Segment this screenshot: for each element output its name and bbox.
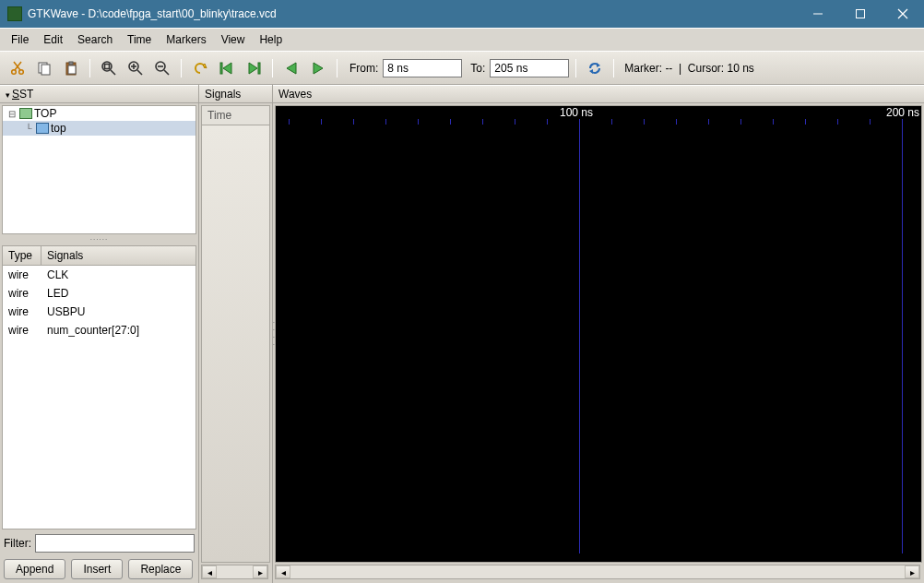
svg-line-21 bbox=[164, 70, 169, 75]
signals-name-area[interactable] bbox=[202, 125, 269, 562]
tree-item-top-instance[interactable]: └ top bbox=[3, 121, 195, 136]
expander-icon[interactable]: ⊟ bbox=[6, 109, 18, 119]
svg-rect-1 bbox=[857, 10, 865, 18]
signals-hscroll[interactable]: ◂ ▸ bbox=[201, 565, 268, 579]
window-title: GTKWave - D:\code\fpga_start\00_blinky\t… bbox=[28, 7, 797, 20]
waves-heading: Waves bbox=[273, 85, 924, 103]
zoom-in-button[interactable] bbox=[124, 56, 148, 80]
svg-marker-25 bbox=[223, 63, 231, 74]
signal-row[interactable]: wire num_counter[27:0] bbox=[3, 321, 195, 339]
svg-marker-31 bbox=[589, 69, 593, 74]
branch-icon: └ bbox=[23, 124, 34, 134]
svg-line-6 bbox=[15, 62, 21, 70]
menu-help[interactable]: Help bbox=[252, 30, 290, 49]
svg-line-17 bbox=[137, 70, 142, 75]
module-icon bbox=[19, 108, 32, 119]
toolbar: From: To: Marker: -- | Cursor: 10 ns bbox=[0, 52, 924, 85]
close-button[interactable] bbox=[882, 0, 924, 28]
scroll-right-icon[interactable]: ▸ bbox=[253, 565, 267, 578]
sst-tree[interactable]: ⊟ TOP └ top bbox=[2, 105, 196, 234]
go-start-button[interactable] bbox=[215, 56, 239, 80]
menu-view[interactable]: View bbox=[214, 30, 253, 49]
svg-rect-9 bbox=[41, 65, 50, 75]
svg-rect-26 bbox=[258, 63, 260, 74]
vertical-split-handle[interactable]: ······ bbox=[0, 236, 198, 244]
menu-markers[interactable]: Markers bbox=[159, 30, 213, 49]
scroll-left-icon[interactable]: ◂ bbox=[276, 565, 290, 578]
svg-rect-12 bbox=[69, 62, 73, 65]
signal-row[interactable]: wire LED bbox=[3, 284, 195, 303]
menu-bar: File Edit Search Time Markers View Help bbox=[0, 28, 924, 52]
wave-canvas[interactable]: 100 ns 200 ns bbox=[275, 105, 922, 563]
svg-line-7 bbox=[14, 62, 20, 70]
insert-button[interactable]: Insert bbox=[71, 559, 123, 579]
window-title-bar: GTKWave - D:\code\fpga_start\00_blinky\t… bbox=[0, 0, 924, 28]
from-label: From: bbox=[349, 62, 378, 75]
append-button[interactable]: Append bbox=[4, 559, 65, 579]
maximize-button[interactable] bbox=[839, 0, 882, 28]
reload-button[interactable] bbox=[583, 56, 607, 80]
menu-edit[interactable]: Edit bbox=[36, 30, 70, 49]
cut-button[interactable] bbox=[6, 56, 30, 80]
sst-heading: ▾SST bbox=[0, 85, 198, 103]
svg-marker-27 bbox=[249, 63, 257, 74]
filter-input[interactable] bbox=[35, 534, 195, 553]
svg-marker-28 bbox=[287, 63, 296, 74]
signal-row[interactable]: wire CLK bbox=[3, 266, 195, 284]
scroll-left-icon[interactable]: ◂ bbox=[202, 565, 217, 578]
to-input[interactable] bbox=[490, 59, 569, 77]
col-signals[interactable]: Signals bbox=[41, 246, 195, 265]
scroll-right-icon[interactable]: ▸ bbox=[905, 565, 919, 578]
undo-zoom-button[interactable] bbox=[188, 56, 212, 80]
menu-time[interactable]: Time bbox=[120, 30, 159, 49]
signals-list-panel: Type Signals wire CLK wire LED wire USBP… bbox=[2, 245, 196, 529]
signals-heading: Signals bbox=[199, 85, 272, 103]
col-type[interactable]: Type bbox=[3, 246, 41, 265]
copy-button[interactable] bbox=[32, 56, 56, 80]
svg-marker-30 bbox=[597, 63, 600, 67]
signal-row[interactable]: wire USBPU bbox=[3, 303, 195, 321]
tree-item-label: top bbox=[51, 122, 66, 135]
svg-rect-24 bbox=[220, 63, 222, 74]
go-end-button[interactable] bbox=[242, 56, 266, 80]
prev-edge-button[interactable] bbox=[279, 56, 303, 80]
instance-icon bbox=[36, 123, 49, 134]
app-icon bbox=[7, 6, 22, 21]
svg-marker-29 bbox=[314, 63, 323, 74]
replace-button[interactable]: Replace bbox=[128, 559, 193, 579]
zoom-out-button[interactable] bbox=[150, 56, 174, 80]
tree-item-label: TOP bbox=[34, 107, 56, 120]
paste-button[interactable] bbox=[59, 56, 83, 80]
time-label: Time bbox=[202, 106, 269, 125]
filter-label: Filter: bbox=[4, 537, 31, 550]
from-input[interactable] bbox=[383, 59, 462, 77]
minimize-button[interactable] bbox=[797, 0, 839, 28]
svg-rect-15 bbox=[105, 64, 110, 68]
waves-hscroll[interactable]: ◂ ▸ bbox=[275, 565, 920, 579]
menu-file[interactable]: File bbox=[4, 30, 36, 49]
marker-status: Marker: -- | Cursor: 10 ns bbox=[624, 62, 754, 75]
menu-search[interactable]: Search bbox=[70, 30, 120, 49]
tree-item-top-module[interactable]: ⊟ TOP bbox=[3, 106, 195, 121]
wave-grid bbox=[276, 119, 921, 126]
next-edge-button[interactable] bbox=[306, 56, 330, 80]
svg-rect-11 bbox=[68, 65, 76, 74]
svg-point-13 bbox=[102, 62, 112, 71]
zoom-fit-button[interactable] bbox=[97, 56, 121, 80]
to-label: To: bbox=[470, 62, 485, 75]
time-tick-label: 200 ns bbox=[886, 106, 919, 119]
time-tick-label: 100 ns bbox=[560, 106, 593, 119]
svg-line-14 bbox=[111, 70, 115, 75]
